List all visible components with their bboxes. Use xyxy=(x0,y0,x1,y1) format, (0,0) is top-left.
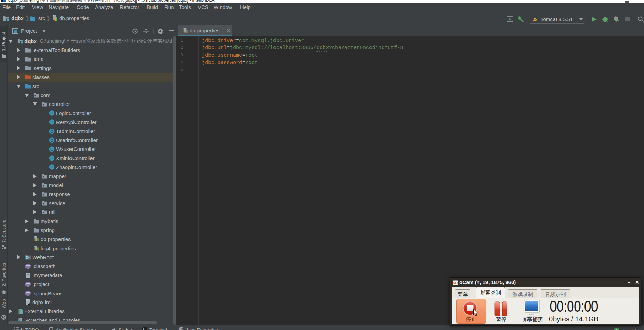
svg-text:C: C xyxy=(50,147,53,152)
svg-text:C: C xyxy=(50,111,53,116)
svg-text:C: C xyxy=(50,120,53,125)
svg-text:C: C xyxy=(50,129,53,134)
svg-text:C: C xyxy=(50,156,53,161)
svg-text:C: C xyxy=(50,138,53,143)
svg-text:C: C xyxy=(50,165,53,170)
